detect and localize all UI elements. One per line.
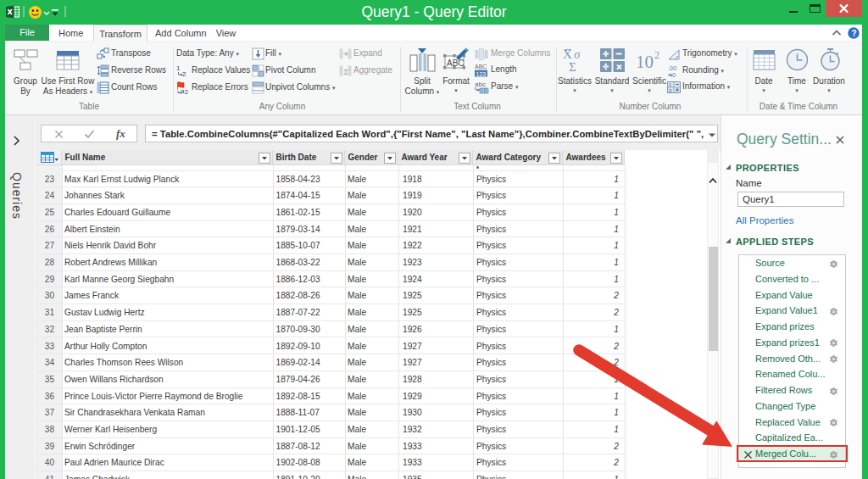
svg-text:3: 3 [669,88,671,93]
svg-text:2: 2 [654,49,659,61]
svg-text:X̅: X̅ [563,47,572,61]
svg-text:10: 10 [636,52,654,72]
svg-text:σ: σ [574,48,581,61]
svg-text:2: 2 [185,89,188,94]
svg-text:?: ? [851,29,856,38]
svg-text:ABC: ABC [447,58,465,68]
svg-text:123: 123 [476,71,487,77]
svg-text:ABC: ABC [475,64,487,70]
svg-text:2: 2 [182,70,186,77]
svg-text:1: 1 [669,82,671,87]
svg-text:abc: abc [475,81,486,88]
svg-text:1: 1 [176,64,181,72]
svg-text:Σ: Σ [344,68,349,76]
svg-text:Σ: Σ [569,60,576,73]
